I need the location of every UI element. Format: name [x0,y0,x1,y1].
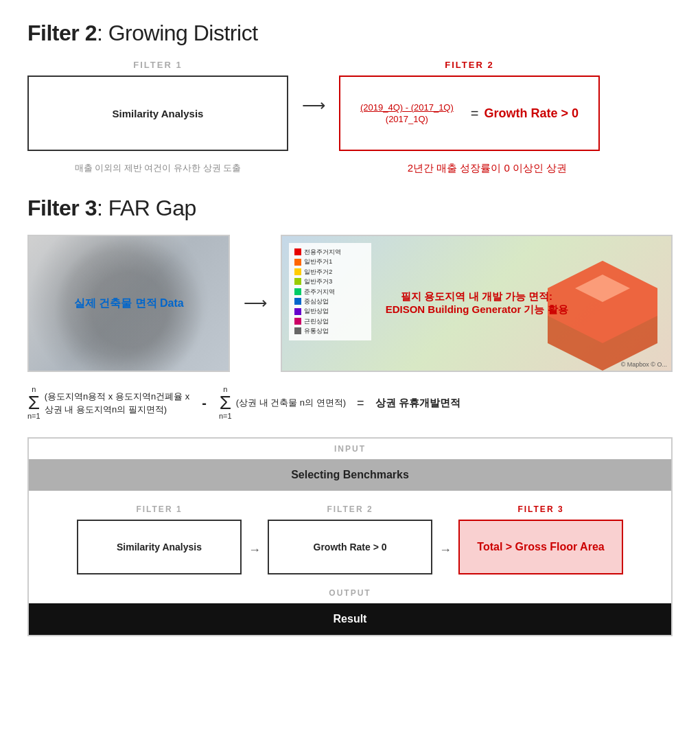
pipeline-filter3-label: FILTER 3 [517,504,563,514]
selecting-bar: Selecting Benchmarks [29,459,671,491]
caption-row: 매출 이외의 제반 여건이 유사한 상권 도출 2년간 매출 성장률이 0 이상… [27,159,673,175]
result-text: 상권 유휴개발면적 [375,397,460,410]
filter2-col: FILTER 2 (2019_4Q) - (2017_1Q) (2017_1Q)… [339,60,600,151]
pipeline-filter2-box: Growth Rate > 0 [268,520,432,574]
sigma-right-text: (상권 내 건축물 n의 연면적) [236,396,346,410]
legend-item: 일반주거2 [294,267,366,277]
legend-item: 근린상업 [294,316,366,326]
legend-box: 전용주거지역일반주거1일반주거2일반주거3준주거지역중심상업일반상업근린상업유통… [289,243,371,340]
legend-item: 전용주거지역 [294,247,366,257]
filter2-inner: (2019_4Q) - (2017_1Q) (2017_1Q) = Growth… [360,102,579,124]
sigma-left-text: (용도지역n용적 x 용도지역n건폐율 x 상권 내 용도지역n의 필지면적) [45,390,190,417]
pipeline-section: INPUT Selecting Benchmarks FILTER 1 Simi… [27,437,673,636]
pipeline-filter2-col: FILTER 2 Growth Rate > 0 [268,504,432,574]
result-bar: Result [29,603,671,635]
legend-item: 일반주거1 [294,257,366,266]
fraction-denominator: (2017_1Q) [386,114,428,124]
pipeline-arrow2: → [439,543,452,557]
equals-sign: = [471,106,479,121]
sigma-left-symbol: n Σ n=1 [27,386,40,420]
legend-item: 일반주거3 [294,277,366,286]
legend-item: 일반상업 [294,306,366,316]
filter2-row: FILTER 1 Similarity Analysis ⟶ FILTER 2 … [27,60,673,151]
filter3-title: Filter 3: FAR Gap [27,196,673,221]
pipeline-filter1-col: FILTER 1 Similarity Analysis [77,504,242,574]
growth-rate-gt0: Growth Rate > 0 [485,106,579,121]
formula-fraction: (2019_4Q) - (2017_1Q) (2017_1Q) [360,102,454,124]
filter1-box: Similarity Analysis [27,76,288,151]
map-arrow-icon: ⟶ [244,294,267,313]
filter2-section: Filter 2: Growing District FILTER 1 Simi… [27,21,673,175]
pipeline-gross-floor: Total > Gross Floor Area [477,541,604,553]
pipeline-filter3-col: FILTER 3 Total > Gross Floor Area [458,504,623,574]
sigma-right-symbol: n Σ n=1 [219,386,232,420]
filter3-section: Filter 3: FAR Gap 실제 건축물 면적 Data ⟶ 전용주거지… [27,196,673,420]
pipeline-filters: FILTER 1 Similarity Analysis → FILTER 2 … [29,491,671,588]
map-right-title: 필지 용도지역 내 개발 가능 면적: [386,290,568,303]
fraction-numerator: (2019_4Q) - (2017_1Q) [360,102,454,113]
caption-left: 매출 이외의 제반 여건이 유사한 상권 도출 [27,162,288,174]
map-left-text: 실제 건축물 면적 Data [74,297,184,311]
filter1-col: FILTER 1 Similarity Analysis [27,60,288,151]
filter2-box: (2019_4Q) - (2017_1Q) (2017_1Q) = Growth… [339,76,600,151]
legend-item: 유통상업 [294,326,366,336]
pipeline-filter2-label: FILTER 2 [327,504,373,514]
output-label: OUTPUT [29,588,671,598]
pipeline-filter1-label: FILTER 1 [136,504,182,514]
map-right-subtitle: EDISON Building Generator 기능 활용 [386,303,568,316]
legend-item: 준주거지역 [294,287,366,297]
map-right-overlay: 필지 용도지역 내 개발 가능 면적: EDISON Building Gene… [386,290,568,316]
sigma-formula: n Σ n=1 (용도지역n용적 x 용도지역n건폐율 x 상권 내 용도지역n… [27,386,673,420]
input-label: INPUT [29,444,671,454]
sigma-group-left: n Σ n=1 (용도지역n용적 x 용도지역n건폐율 x 상권 내 용도지역n… [27,386,189,420]
map-credit: © Mapbox © O... [621,361,667,368]
equals-sign2: = [357,396,364,410]
map-row: 실제 건축물 면적 Data ⟶ 전용주거지역일반주거1일반주거2일반주거3준주… [27,235,673,372]
similarity-analysis-text: Similarity Analysis [113,108,204,119]
filter1-label: FILTER 1 [133,60,182,70]
filter2-label: FILTER 2 [445,60,493,70]
pipeline-filter3-box: Total > Gross Floor Area [458,520,623,574]
minus-sign: - [202,395,207,411]
left-map: 실제 건축물 면적 Data [27,235,230,372]
caption-right: 2년간 매출 성장률이 0 이상인 상권 [357,162,618,175]
arrow-icon: ⟶ [302,96,325,115]
pipeline-filter1-box: Similarity Analysis [77,520,242,574]
sigma-group-right: n Σ n=1 (상권 내 건축물 n의 연면적) [219,386,346,420]
pipeline-similarity: Similarity Analysis [117,542,202,553]
legend-item: 중심상업 [294,297,366,306]
pipeline-arrow1: → [248,543,261,557]
right-map: 전용주거지역일반주거1일반주거2일반주거3준주거지역중심상업일반상업근린상업유통… [281,235,673,372]
filter2-title: Filter 2: Growing District [27,21,673,46]
equals-growth: = Growth Rate > 0 [471,106,579,121]
pipeline-growth-rate: Growth Rate > 0 [314,542,387,553]
